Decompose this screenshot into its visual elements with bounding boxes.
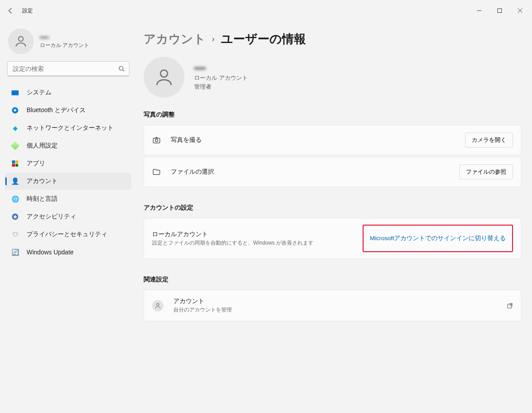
search-input[interactable] <box>13 65 114 72</box>
section-related-heading: 関連設定 <box>144 276 521 284</box>
system-icon <box>12 89 19 96</box>
apps-icon <box>12 160 19 167</box>
nav-time-language[interactable]: 🌐時刻と言語 <box>5 191 131 207</box>
nav-personalization[interactable]: 個人用設定 <box>5 137 131 154</box>
sidebar-user-card[interactable]: ▪▪▪▪ ローカル アカウント <box>0 25 137 61</box>
search-icon <box>118 66 125 72</box>
close-button[interactable] <box>510 4 530 18</box>
profile-avatar-icon <box>144 57 184 97</box>
profile-type: ローカル アカウント <box>194 74 248 82</box>
profile-name: ▪▪▪▪ <box>194 64 248 73</box>
nav-label: 時刻と言語 <box>27 195 58 203</box>
svg-rect-1 <box>498 9 502 13</box>
camera-icon <box>152 136 161 144</box>
card-choose-file: ファイルの選択 ファイルの参照 <box>144 157 521 187</box>
sidebar: ▪▪▪▪ ローカル アカウント システム ✱Bluetooth とデバイス ◆ネ… <box>0 21 137 413</box>
local-account-desc: 設定とファイルの同期を自動的にすると、Windows が改善されます <box>152 239 313 247</box>
nav-label: アクセシビリティ <box>27 213 76 221</box>
breadcrumb: アカウント › ユーザーの情報 <box>144 31 521 47</box>
sidebar-user-sub: ローカル アカウント <box>40 42 89 49</box>
svg-point-2 <box>19 36 23 41</box>
account-small-icon <box>152 300 164 312</box>
nav-accounts[interactable]: 👤アカウント <box>5 173 131 190</box>
profile-block: ▪▪▪▪ ローカル アカウント 管理者 <box>144 57 521 97</box>
card-related-account[interactable]: アカウント 自分のアカウントを管理 <box>144 290 521 321</box>
privacy-icon: 🛡 <box>12 231 19 238</box>
highlight-annotation: Microsoftアカウントでのサインインに切り替える <box>363 225 513 252</box>
breadcrumb-current: ユーザーの情報 <box>221 31 306 47</box>
related-account-desc: 自分のアカウントを管理 <box>173 306 232 314</box>
section-photo-heading: 写真の調整 <box>144 111 521 119</box>
nav-label: アプリ <box>27 160 45 168</box>
nav-label: Bluetooth とデバイス <box>27 106 86 114</box>
time-icon: 🌐 <box>12 195 19 203</box>
accessibility-icon: ✽ <box>12 213 19 220</box>
minimize-button[interactable] <box>469 4 489 18</box>
nav-label: プライバシーとセキュリティ <box>27 230 107 238</box>
svg-point-3 <box>119 66 123 70</box>
nav-bluetooth[interactable]: ✱Bluetooth とデバイス <box>5 102 131 119</box>
personalization-icon <box>12 142 19 149</box>
nav-label: システム <box>27 89 51 97</box>
card-take-photo-title: 写真を撮る <box>171 136 202 144</box>
nav-label: Windows Update <box>27 249 74 256</box>
sidebar-user-name: ▪▪▪▪ <box>40 34 89 41</box>
open-camera-button[interactable]: カメラを開く <box>465 132 513 148</box>
avatar-icon <box>8 28 34 54</box>
browse-file-button[interactable]: ファイルの参照 <box>459 164 513 179</box>
breadcrumb-parent[interactable]: アカウント <box>144 31 206 47</box>
svg-point-5 <box>160 70 168 77</box>
network-icon: ◆ <box>12 125 19 132</box>
nav-windows-update[interactable]: 🔄Windows Update <box>5 244 131 261</box>
card-choose-file-title: ファイルの選択 <box>171 168 214 176</box>
nav-accessibility[interactable]: ✽アクセシビリティ <box>5 208 131 225</box>
accounts-icon: 👤 <box>12 178 19 185</box>
back-button[interactable] <box>6 6 15 15</box>
chevron-right-icon: › <box>212 35 215 44</box>
title-bar: 設定 <box>0 0 532 21</box>
content-area: アカウント › ユーザーの情報 ▪▪▪▪ ローカル アカウント 管理者 写真の調… <box>137 21 532 413</box>
window-title: 設定 <box>22 7 33 15</box>
profile-role: 管理者 <box>194 83 248 91</box>
nav-label: 個人用設定 <box>27 142 58 150</box>
nav-label: アカウント <box>27 177 58 185</box>
local-account-title: ローカルアカウント <box>152 230 313 238</box>
folder-icon <box>152 168 161 176</box>
nav-apps[interactable]: アプリ <box>5 155 131 172</box>
update-icon: 🔄 <box>12 249 19 256</box>
maximize-button[interactable] <box>489 4 510 18</box>
search-box[interactable] <box>7 61 129 76</box>
nav-privacy[interactable]: 🛡プライバシーとセキュリティ <box>5 226 131 243</box>
svg-point-8 <box>156 303 159 305</box>
related-account-title: アカウント <box>173 297 232 305</box>
card-local-account: ローカルアカウント 設定とファイルの同期を自動的にすると、Windows が改善… <box>144 218 521 259</box>
svg-point-7 <box>155 139 158 142</box>
bluetooth-icon: ✱ <box>12 107 19 114</box>
section-account-heading: アカウントの設定 <box>144 204 521 212</box>
nav-list: システム ✱Bluetooth とデバイス ◆ネットワークとインターネット 個人… <box>0 81 137 261</box>
nav-network[interactable]: ◆ネットワークとインターネット <box>5 120 131 136</box>
nav-system[interactable]: システム <box>5 84 131 101</box>
svg-line-4 <box>123 70 125 72</box>
open-external-icon <box>507 303 513 309</box>
nav-label: ネットワークとインターネット <box>27 124 113 132</box>
card-take-photo: 写真を撮る カメラを開く <box>144 125 521 155</box>
switch-to-ms-account-link[interactable]: Microsoftアカウントでのサインインに切り替える <box>370 234 506 242</box>
